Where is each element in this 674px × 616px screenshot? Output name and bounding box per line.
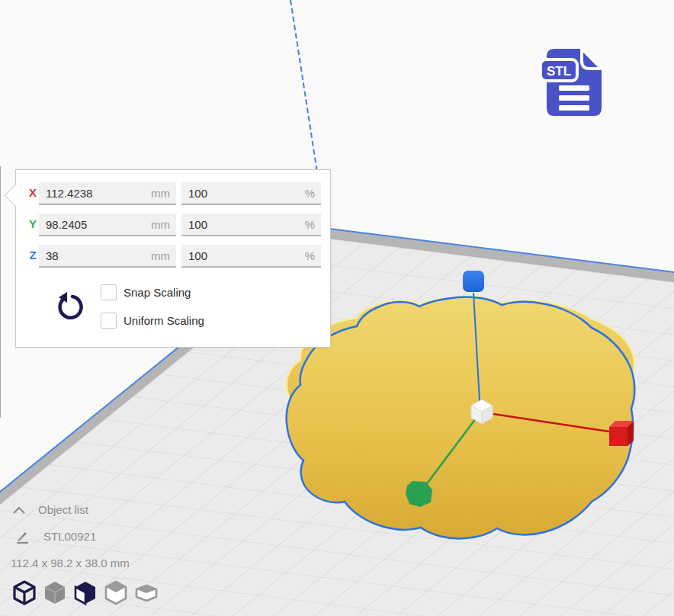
chevron-up-icon [12, 505, 26, 516]
ghost-cube-icon [104, 579, 128, 607]
scale-y-mm-input[interactable] [39, 213, 176, 235]
reset-icon [54, 291, 85, 322]
scale-row-y: Y mm % [16, 213, 330, 236]
view-mode-solid-button[interactable] [43, 579, 67, 607]
left-panel-border [0, 166, 1, 418]
snap-scaling-checkbox[interactable] [101, 284, 117, 300]
object-dimensions: 112.4 x 98.2 x 38.0 mm [11, 557, 130, 569]
uniform-scaling-label: Uniform Scaling [124, 314, 204, 327]
axis-y-label: Y [25, 217, 40, 230]
wireframe-cube-icon [12, 579, 37, 607]
view-mode-xray-button[interactable] [73, 579, 98, 607]
model-selection-outline [287, 297, 635, 538]
object-list-header[interactable]: Object list [11, 502, 163, 519]
stl-icon-label: STL [547, 64, 571, 79]
xray-cube-icon [73, 579, 98, 607]
scale-handle-z[interactable] [463, 271, 484, 292]
view-mode-toolbar [12, 579, 159, 607]
scale-handle-y[interactable] [406, 481, 432, 507]
reset-scale-button[interactable] [53, 290, 86, 324]
scale-x-mm-input[interactable] [39, 182, 176, 204]
axis-x-label: X [25, 186, 40, 199]
scale-row-z: Z mm % [16, 245, 330, 268]
object-list-item[interactable]: STL00921 [11, 529, 178, 546]
object-item-name: STL00921 [43, 530, 96, 543]
pencil-icon [15, 530, 30, 545]
layer-cube-icon [134, 579, 159, 607]
scale-row-x: X mm % [16, 182, 330, 205]
snap-scaling-label: Snap Scaling [124, 286, 191, 299]
scale-handle-x[interactable] [609, 421, 634, 446]
scale-y-percent-input[interactable] [181, 213, 321, 235]
scale-tool-panel: X mm % Y mm % Z mm % [15, 169, 331, 348]
model-stl00921[interactable] [287, 297, 635, 538]
view-mode-ghost-button[interactable] [104, 579, 128, 607]
solid-cube-icon [43, 579, 67, 607]
view-mode-wireframe-button[interactable] [12, 579, 37, 607]
object-list-title: Object list [38, 503, 88, 516]
axis-z-label: Z [25, 249, 40, 261]
stl-file-icon: STL [536, 43, 615, 122]
scale-z-mm-input[interactable] [39, 245, 176, 266]
view-mode-layer-button[interactable] [134, 579, 159, 607]
scale-z-percent-input[interactable] [181, 245, 321, 266]
scale-x-percent-input[interactable] [181, 182, 321, 204]
uniform-scaling-checkbox[interactable] [101, 313, 117, 329]
